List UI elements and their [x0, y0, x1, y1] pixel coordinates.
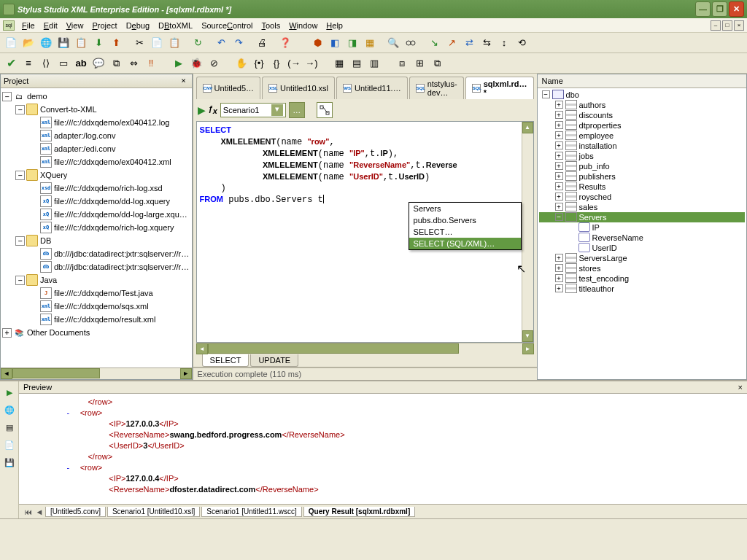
preview-close-icon[interactable]: × — [738, 383, 743, 392]
tool-c-icon[interactable]: ◨ — [344, 35, 360, 51]
bug-icon[interactable]: 🐞 — [188, 55, 204, 71]
close-button[interactable]: ✕ — [729, 1, 744, 17]
run-icon[interactable]: ▶ — [171, 55, 187, 71]
autocomplete-item[interactable]: SELECT… — [409, 226, 521, 238]
stop-icon[interactable]: ⊘ — [206, 55, 222, 71]
new-icon[interactable]: 📄 — [3, 35, 19, 51]
editor-vscroll[interactable]: ▲▼ — [522, 122, 533, 342]
win2-icon[interactable]: ⊞ — [411, 55, 427, 71]
schema-node[interactable]: ReverseName — [539, 233, 745, 243]
preview-body[interactable]: </row> - <row> <IP>127.0.0.3</IP> <Rever… — [19, 394, 747, 504]
autocomplete-popup[interactable]: Serverspubs.dbo.ServersSELECT…SELECT (SQ… — [409, 202, 522, 250]
win1-icon[interactable]: ⧈ — [394, 55, 410, 71]
menu-window[interactable]: Window — [285, 20, 322, 31]
import-icon[interactable]: ⬇ — [90, 35, 107, 51]
schema-node[interactable]: −dbo — [539, 90, 745, 100]
doctab[interactable]: CNVUntitled5… — [196, 77, 260, 99]
bottom-tab[interactable]: UPDATE — [250, 354, 298, 367]
schema-node[interactable]: +stores — [539, 263, 745, 273]
sc6-icon[interactable]: ⟲ — [514, 35, 530, 51]
expand-icon[interactable]: − — [2, 92, 12, 101]
code-editor[interactable]: SELECT XMLELEMENT(name "row", XMLELEMENT… — [196, 121, 534, 343]
schema-node[interactable]: +pub_info — [539, 161, 745, 171]
scenario-options-icon[interactable]: … — [289, 102, 305, 118]
cut-icon[interactable]: ✂ — [131, 35, 147, 51]
pv-tree-icon[interactable]: ▤ — [3, 421, 16, 434]
inner-minimize[interactable]: – — [711, 20, 721, 31]
schema-node[interactable]: +discounts — [539, 110, 745, 120]
pv-text-icon[interactable]: 📄 — [3, 438, 16, 451]
grid3-icon[interactable]: ▥ — [366, 55, 382, 71]
scenario-combo[interactable]: Scenario1▾ — [220, 103, 286, 117]
preview-tab[interactable]: [Untitled5.conv] — [45, 507, 106, 517]
menu-dbtoxml[interactable]: DBtoXML — [154, 20, 197, 31]
preview-tab[interactable]: Query Result [sqlxml.rdbxml] — [303, 507, 415, 517]
compare-icon[interactable]: ⇔ — [125, 55, 142, 71]
open-icon[interactable]: 📂 — [20, 35, 36, 51]
binoculars-icon[interactable] — [403, 35, 419, 51]
find-icon[interactable]: 🔍 — [385, 35, 401, 51]
bp3-icon[interactable]: {} — [268, 55, 285, 71]
pv-browser-icon[interactable]: 🌐 — [3, 403, 16, 416]
export-icon[interactable]: ⬆ — [108, 35, 124, 51]
grid2-icon[interactable]: ▤ — [349, 55, 365, 71]
open-url-icon[interactable]: 🌐 — [38, 35, 54, 51]
schema-node[interactable]: +jobs — [539, 151, 745, 161]
menu-sourcecontrol[interactable]: SourceControl — [197, 20, 257, 31]
menu-edit[interactable]: Edit — [39, 20, 62, 31]
bp4-icon[interactable]: (→ — [286, 55, 302, 71]
tool-d-icon[interactable]: ▦ — [362, 35, 378, 51]
autocomplete-item[interactable]: pubs.dbo.Servers — [409, 214, 521, 226]
refresh-icon[interactable]: ↻ — [190, 35, 206, 51]
bp5-icon[interactable]: →) — [303, 55, 320, 71]
doctab[interactable]: WSUntitled11.… — [336, 77, 408, 99]
schema-node[interactable]: +installation — [539, 141, 745, 151]
editor-hscroll[interactable]: ◄► — [196, 343, 534, 354]
maximize-button[interactable]: ❐ — [712, 1, 727, 17]
schema-tree[interactable]: −dbo+authors+discounts+dtproperties+empl… — [538, 88, 746, 379]
run-query-icon[interactable]: ▶ — [198, 104, 206, 116]
inner-close[interactable]: × — [734, 20, 744, 31]
autocomplete-item[interactable]: Servers — [409, 203, 521, 214]
win3-icon[interactable]: ⧉ — [429, 55, 445, 71]
menu-project[interactable]: Project — [88, 20, 121, 31]
schema-node[interactable]: +Results — [539, 182, 745, 192]
bottom-tab[interactable]: SELECT — [202, 354, 249, 367]
doctab[interactable]: SQLsqlxml.rd…* — [465, 77, 534, 99]
fx-icon[interactable]: ƒx — [209, 104, 217, 115]
paste-icon[interactable]: 📋 — [166, 35, 182, 51]
preview-tab[interactable]: Scenario1 [Untitled11.wscc] — [201, 507, 301, 517]
schema-node[interactable]: +dtproperties — [539, 120, 745, 131]
menu-view[interactable]: View — [62, 20, 88, 31]
sc2-icon[interactable]: ↗ — [444, 35, 460, 51]
preview-tab[interactable]: Scenario1 [Untitled10.xsl] — [107, 507, 200, 517]
schema-node[interactable]: +titleauthor — [539, 284, 745, 294]
schema-node[interactable]: +sales — [539, 202, 745, 212]
doctab[interactable]: SQLntstylus-dev… — [409, 77, 464, 99]
pv-run-icon[interactable]: ▶ — [3, 386, 16, 399]
panel-close-icon[interactable]: × — [179, 76, 189, 86]
menu-file[interactable]: File — [18, 20, 39, 31]
help-icon[interactable]: ❓ — [277, 35, 293, 51]
schema-node[interactable]: +employee — [539, 131, 745, 141]
split-icon[interactable]: ⧉ — [108, 55, 124, 71]
save-icon[interactable]: 💾 — [55, 35, 71, 51]
schema-node[interactable]: +test_encoding — [539, 273, 745, 284]
grid1-icon[interactable]: ▦ — [331, 55, 347, 71]
block-icon[interactable]: ▭ — [55, 55, 71, 71]
schema-node[interactable]: −Servers — [539, 212, 745, 222]
comment-icon[interactable]: 💬 — [90, 55, 107, 71]
autocomplete-item[interactable]: SELECT (SQL/XML)… — [409, 238, 521, 249]
menu-tools[interactable]: Tools — [258, 20, 285, 31]
bp2-icon[interactable]: {•} — [251, 55, 267, 71]
bp1-icon[interactable]: ✋ — [233, 55, 249, 71]
schema-node[interactable]: +ServersLarge — [539, 253, 745, 263]
tool-a-icon[interactable]: ⬢ — [309, 35, 325, 51]
schema-node[interactable]: UserID — [539, 243, 745, 253]
schema-node[interactable]: +publishers — [539, 171, 745, 182]
text-icon[interactable]: ab — [73, 55, 89, 71]
check-icon[interactable]: ✔ — [3, 55, 19, 71]
project-hscroll[interactable]: ◄► — [1, 368, 192, 379]
sc1-icon[interactable]: ↘ — [426, 35, 442, 51]
schema-node[interactable]: +authors — [539, 100, 745, 110]
